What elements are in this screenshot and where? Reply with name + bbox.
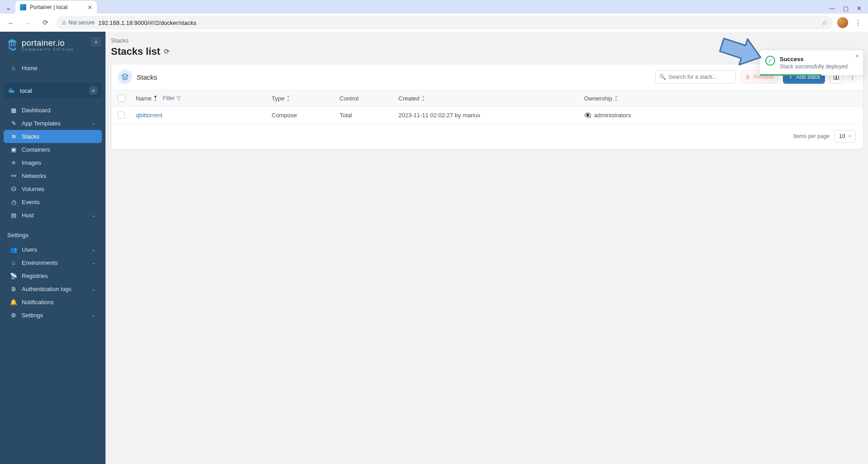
environment-name: local bbox=[20, 87, 32, 94]
sidebar-item-label: Authentication logs bbox=[22, 286, 72, 292]
sidebar-item-auth-logs[interactable]: 🗎 Authentication logs ⌄ bbox=[4, 282, 102, 296]
sidebar-item-home[interactable]: ⌂ Home bbox=[4, 62, 102, 75]
chevron-down-icon: ⌄ bbox=[91, 260, 96, 266]
dashboard-icon: ▦ bbox=[10, 107, 17, 114]
address-bar[interactable]: ⚠ Not secure 192.168.1.18:9000/#!/2/dock… bbox=[56, 16, 833, 29]
profile-avatar[interactable] bbox=[837, 17, 848, 28]
panel-title: Stacks bbox=[137, 73, 157, 81]
browser-menu[interactable]: ⋮ bbox=[853, 19, 863, 27]
sidebar-item-registries[interactable]: 📡 Registries bbox=[4, 269, 102, 282]
window-minimize[interactable]: — bbox=[829, 5, 835, 12]
window-controls: — ▢ ✕ bbox=[829, 5, 868, 14]
search-input-wrap[interactable]: 🔍 bbox=[655, 70, 736, 84]
sidebar-item-label: Settings bbox=[22, 312, 43, 319]
success-toast: ✓ Success Stack successfully deployed ✕ bbox=[759, 50, 863, 76]
box-icon: ▣ bbox=[10, 146, 17, 153]
sidebar-item-label: Events bbox=[22, 199, 40, 206]
nav-forward[interactable]: → bbox=[22, 16, 34, 29]
sidebar-item-label: Networks bbox=[22, 172, 46, 179]
nav-back[interactable]: ← bbox=[5, 16, 17, 29]
window-close[interactable]: ✕ bbox=[857, 5, 862, 12]
svg-rect-6 bbox=[13, 45, 14, 46]
svg-rect-11 bbox=[12, 90, 13, 91]
stacks-panel: Stacks 🔍 🗑 Remove ＋ Add stack bbox=[111, 64, 863, 149]
svg-rect-9 bbox=[9, 90, 10, 91]
brand[interactable]: portainer.io COMMUNITY EDITION « bbox=[0, 32, 106, 60]
column-created[interactable]: Created ▼▲ bbox=[398, 95, 584, 102]
layers-icon: ≋ bbox=[10, 133, 17, 140]
home-icon: ⌂ bbox=[10, 65, 17, 72]
panel-header: Stacks 🔍 🗑 Remove ＋ Add stack bbox=[111, 64, 863, 90]
tab-close-icon[interactable]: ✕ bbox=[87, 4, 92, 11]
column-label: Created bbox=[398, 95, 419, 102]
sidebar-heading-settings: Settings bbox=[0, 224, 106, 241]
security-label: Not secure bbox=[68, 19, 95, 26]
tab-list-dropdown[interactable]: ⌄ bbox=[3, 2, 14, 13]
sidebar-item-stacks[interactable]: ≋ Stacks bbox=[4, 130, 102, 143]
sidebar-item-label: Notifications bbox=[22, 299, 54, 306]
chevron-down-icon: ⌄ bbox=[91, 312, 96, 318]
chevron-down-icon: ⌄ bbox=[91, 120, 96, 126]
brand-logo-icon bbox=[6, 38, 18, 52]
environment-close-icon[interactable]: ✕ bbox=[89, 86, 97, 95]
browser-tab[interactable]: Portainer | local ✕ bbox=[15, 1, 97, 14]
sidebar-item-host[interactable]: ▤ Host ⌄ bbox=[4, 209, 102, 222]
environment-chip[interactable]: local ✕ bbox=[4, 83, 102, 98]
filter-chip[interactable]: Filter ▽ bbox=[163, 95, 181, 101]
select-all-checkbox[interactable] bbox=[118, 95, 125, 102]
sidebar-item-label: Dashboard bbox=[22, 107, 51, 114]
sidebar-item-containers[interactable]: ▣ Containers bbox=[4, 143, 102, 156]
table-header: Name ▼▲ Filter ▽ Type ▼▲ Control bbox=[111, 90, 863, 107]
share-icon: ⚯ bbox=[10, 172, 17, 179]
search-input[interactable] bbox=[669, 74, 732, 80]
column-type[interactable]: Type ▼▲ bbox=[272, 95, 340, 102]
tab-favicon bbox=[20, 4, 26, 10]
sidebar-item-images[interactable]: ≡ Images bbox=[4, 156, 102, 169]
toast-title: Success bbox=[780, 56, 848, 62]
sidebar-item-label: Registries bbox=[22, 273, 48, 279]
row-checkbox[interactable] bbox=[118, 111, 125, 119]
file-icon: 🗎 bbox=[10, 286, 17, 292]
sidebar-item-label: Host bbox=[22, 212, 34, 219]
server-icon: ▤ bbox=[10, 212, 17, 219]
column-ownership[interactable]: Ownership ▼▲ bbox=[584, 95, 857, 102]
trash-icon: 🗑 bbox=[745, 74, 751, 80]
brand-edition: COMMUNITY EDITION bbox=[22, 48, 74, 51]
column-control[interactable]: Control bbox=[340, 95, 398, 102]
edit-icon: ✎ bbox=[10, 120, 17, 127]
items-per-page-select[interactable]: 10 bbox=[834, 130, 856, 143]
toast-close-icon[interactable]: ✕ bbox=[855, 53, 859, 59]
table-row: qbittorrent Compose Total 2023-11-11 02:… bbox=[111, 107, 863, 124]
window-maximize[interactable]: ▢ bbox=[843, 5, 849, 12]
svg-rect-8 bbox=[13, 44, 14, 45]
sidebar-item-notifications[interactable]: 🔔 Notifications bbox=[4, 296, 102, 309]
stack-name-link[interactable]: qbittorrent bbox=[136, 112, 163, 119]
bell-icon: 🔔 bbox=[10, 299, 17, 306]
sidebar-item-events[interactable]: ◷ Events bbox=[4, 196, 102, 209]
security-indicator[interactable]: ⚠ Not secure bbox=[62, 19, 95, 26]
ownership-text: administrators bbox=[594, 112, 631, 119]
check-circle-icon: ✓ bbox=[765, 56, 775, 66]
warning-icon: ⚠ bbox=[62, 19, 67, 26]
bookmark-star-icon[interactable]: ☆ bbox=[822, 19, 827, 26]
nav-reload[interactable]: ⟳ bbox=[39, 16, 52, 29]
sidebar-item-volumes[interactable]: ⛁ Volumes bbox=[4, 182, 102, 196]
row-created: 2023-11-11 02:02:27 by marius bbox=[398, 112, 584, 119]
items-per-page-label: Items per page bbox=[793, 133, 830, 139]
sidebar-collapse-button[interactable]: « bbox=[91, 37, 101, 46]
column-name[interactable]: Name ▼▲ Filter ▽ bbox=[136, 95, 272, 102]
signal-icon: 📡 bbox=[10, 273, 17, 279]
sidebar-item-label: Containers bbox=[22, 146, 50, 153]
sidebar-item-dashboard[interactable]: ▦ Dashboard bbox=[4, 104, 102, 117]
sidebar-item-networks[interactable]: ⚯ Networks bbox=[4, 169, 102, 182]
sidebar-item-users[interactable]: 👥 Users ⌄ bbox=[4, 243, 102, 256]
sidebar-item-settings[interactable]: ⚙ Settings ⌄ bbox=[4, 309, 102, 322]
refresh-icon[interactable]: ⟳ bbox=[164, 48, 170, 56]
layers-icon bbox=[118, 70, 132, 84]
sidebar-item-label: App Templates bbox=[22, 120, 61, 127]
url-text: 192.168.1.18:9000/#!/2/docker/stacks bbox=[98, 19, 197, 26]
sidebar-item-environments[interactable]: ⌂ Environments ⌄ bbox=[4, 256, 102, 269]
sidebar-item-label: Images bbox=[22, 159, 41, 166]
sidebar-item-app-templates[interactable]: ✎ App Templates ⌄ bbox=[4, 117, 102, 130]
breadcrumb[interactable]: Stacks bbox=[111, 37, 863, 44]
